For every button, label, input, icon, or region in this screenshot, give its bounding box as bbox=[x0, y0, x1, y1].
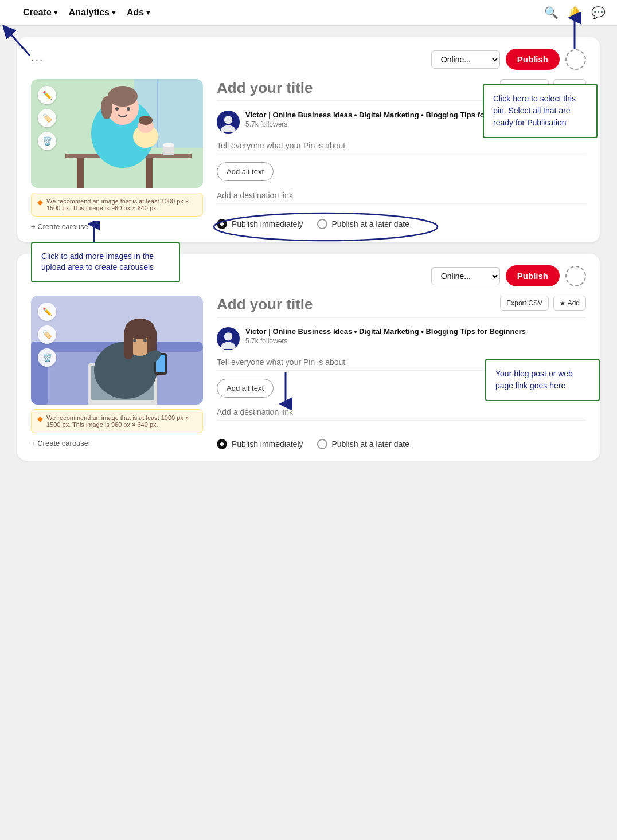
svg-rect-34 bbox=[124, 328, 133, 359]
publish-button-2[interactable]: Publish bbox=[506, 265, 560, 286]
analytics-chevron-icon: ▾ bbox=[112, 9, 115, 17]
account-avatar-2 bbox=[217, 327, 240, 350]
card-body-2: ✏️ 🏷️ 🗑️ ◆ We recommend an image that is… bbox=[31, 296, 586, 449]
account-info-2: Victor | Online Business Ideas • Digital… bbox=[245, 327, 586, 345]
svg-point-12 bbox=[108, 86, 138, 107]
avatar-svg-1 bbox=[218, 112, 239, 132]
actions-row-2: Export CSV ★ Add bbox=[500, 296, 586, 311]
publish-immediately-label-1: Publish immediately bbox=[232, 219, 303, 229]
publish-options-wrapper-1: Publish immediately Publish at a later d… bbox=[217, 219, 586, 229]
select-circle-2[interactable] bbox=[565, 266, 586, 286]
ads-chevron-icon: ▾ bbox=[146, 9, 150, 17]
board-select-2[interactable]: Online... bbox=[431, 267, 500, 285]
pin-card-2: ··· Online... Publish bbox=[17, 254, 600, 461]
card-dots-1[interactable]: ··· bbox=[31, 53, 44, 66]
nav-left: Create ▾ Analytics ▾ Ads ▾ bbox=[11, 7, 150, 18]
image-svg-2 bbox=[31, 296, 203, 405]
publish-options-1: Publish immediately Publish at a later d… bbox=[217, 219, 586, 229]
publish-immediately-option-1[interactable]: Publish immediately bbox=[217, 219, 303, 229]
publish-later-label-2: Publish at a later date bbox=[332, 439, 409, 449]
select-arrow-1 bbox=[557, 12, 592, 52]
card-header-right-1: Online... Publish bbox=[431, 49, 586, 70]
dest-link-wrapper-2: Your blog post or web page link goes her… bbox=[217, 407, 586, 430]
tooltip-blog-link: Your blog post or web page link goes her… bbox=[485, 359, 600, 401]
svg-rect-7 bbox=[146, 158, 153, 188]
account-followers-2: 5.7k followers bbox=[245, 337, 586, 345]
delete-icon-1[interactable]: 🗑️ bbox=[38, 132, 56, 150]
create-chevron-icon: ▾ bbox=[54, 9, 57, 17]
nav-analytics[interactable]: Analytics ▾ bbox=[69, 7, 115, 18]
pin-image-1: ✏️ 🏷️ 🗑️ bbox=[31, 79, 203, 188]
image-svg-1 bbox=[31, 79, 203, 188]
description-input-1[interactable] bbox=[217, 141, 586, 154]
publish-later-radio-1[interactable] bbox=[317, 219, 327, 229]
tooltip-select-pin: Click here to select this pin. Select al… bbox=[483, 84, 598, 138]
publish-button-1[interactable]: Publish bbox=[506, 49, 560, 70]
card-header-1: ··· Online... Publish bbox=[31, 49, 586, 70]
account-row-2: Victor | Online Business Ideas • Digital… bbox=[217, 327, 586, 350]
delete-icon-2[interactable]: 🗑️ bbox=[38, 348, 56, 367]
left-col-1: ✏️ 🏷️ 🗑️ ◆ We recommend an image that is… bbox=[31, 79, 203, 231]
warning-icon-2: ◆ bbox=[37, 414, 43, 423]
blog-arrow bbox=[251, 370, 320, 410]
publish-immediately-radio-2[interactable] bbox=[217, 439, 227, 449]
create-carousel-2[interactable]: + Create carousel bbox=[31, 439, 203, 448]
nav-arrow bbox=[1, 24, 33, 58]
edit-icon-2[interactable]: ✏️ bbox=[38, 303, 56, 321]
icon-overlay-2: ✏️ 🏷️ 🗑️ bbox=[38, 303, 56, 367]
publish-immediately-option-2[interactable]: Publish immediately bbox=[217, 439, 303, 449]
svg-point-13 bbox=[101, 96, 112, 119]
publish-options-2: Publish immediately Publish at a later d… bbox=[217, 439, 586, 449]
export-csv-btn-2[interactable]: Export CSV bbox=[500, 296, 549, 311]
svg-point-42 bbox=[224, 332, 232, 340]
message-icon[interactable]: 💬 bbox=[591, 6, 606, 19]
tag-icon-2[interactable]: 🏷️ bbox=[38, 325, 56, 344]
svg-point-37 bbox=[143, 339, 147, 342]
board-select-1[interactable]: Online... bbox=[431, 50, 500, 69]
main-content: ··· Online... Publish bbox=[0, 26, 617, 472]
right-col-2: Export CSV ★ Add Victor | O bbox=[217, 296, 586, 449]
svg-line-0 bbox=[7, 30, 30, 56]
select-circle-1[interactable] bbox=[565, 49, 586, 70]
publish-later-option-1[interactable]: Publish at a later date bbox=[317, 219, 409, 229]
nav-ads[interactable]: Ads ▾ bbox=[127, 7, 150, 18]
tooltip-blog-link-text: Your blog post or web page link goes her… bbox=[495, 369, 573, 390]
ads-label: Ads bbox=[127, 7, 144, 18]
left-col-2: ✏️ 🏷️ 🗑️ ◆ We recommend an image that is… bbox=[31, 296, 203, 449]
pin-card-1: ··· Online... Publish bbox=[17, 37, 600, 242]
publish-immediately-label-2: Publish immediately bbox=[232, 439, 303, 449]
edit-icon-1[interactable]: ✏️ bbox=[38, 86, 56, 104]
image-warning-1: ◆ We recommend an image that is at least… bbox=[31, 193, 203, 217]
alt-text-btn-1[interactable]: Add alt text bbox=[217, 162, 274, 181]
image-warning-2: ◆ We recommend an image that is at least… bbox=[31, 409, 203, 433]
svg-point-21 bbox=[224, 116, 232, 124]
card-header-right-2: Online... Publish bbox=[431, 265, 586, 286]
warning-icon-1: ◆ bbox=[37, 198, 43, 206]
analytics-label: Analytics bbox=[69, 7, 110, 18]
tooltip-carousel-text: Click to add more images in the upload a… bbox=[41, 252, 154, 272]
svg-point-14 bbox=[115, 107, 119, 111]
nav-create[interactable]: Create ▾ bbox=[23, 7, 57, 18]
create-label: Create bbox=[23, 7, 52, 18]
svg-point-9 bbox=[163, 143, 174, 147]
publish-later-label-1: Publish at a later date bbox=[332, 219, 409, 229]
top-nav: Create ▾ Analytics ▾ Ads ▾ 🔍 🔔 💬 bbox=[0, 0, 617, 26]
publish-immediately-radio-1[interactable] bbox=[217, 219, 227, 229]
create-carousel-1[interactable]: + Create carousel bbox=[31, 222, 203, 231]
search-icon[interactable]: 🔍 bbox=[544, 6, 559, 19]
warning-text-2: We recommend an image that is at least 1… bbox=[46, 414, 197, 428]
warning-text-1: We recommend an image that is at least 1… bbox=[46, 198, 197, 211]
account-name-2: Victor | Online Business Ideas • Digital… bbox=[245, 327, 586, 337]
icon-overlay-1: ✏️ 🏷️ 🗑️ bbox=[38, 86, 56, 150]
svg-rect-6 bbox=[77, 158, 84, 188]
svg-point-15 bbox=[127, 107, 130, 111]
publish-later-radio-2[interactable] bbox=[317, 439, 327, 449]
tooltip-carousel-1: Click to add more images in the upload a… bbox=[31, 242, 180, 282]
svg-point-36 bbox=[133, 339, 136, 342]
dest-link-input-1[interactable] bbox=[217, 191, 586, 204]
publish-later-option-2[interactable]: Publish at a later date bbox=[317, 439, 409, 449]
account-avatar-1 bbox=[217, 111, 240, 134]
add-btn-2[interactable]: ★ Add bbox=[553, 296, 586, 311]
pin-image-2: ✏️ 🏷️ 🗑️ bbox=[31, 296, 203, 405]
tag-icon-1[interactable]: 🏷️ bbox=[38, 109, 56, 127]
